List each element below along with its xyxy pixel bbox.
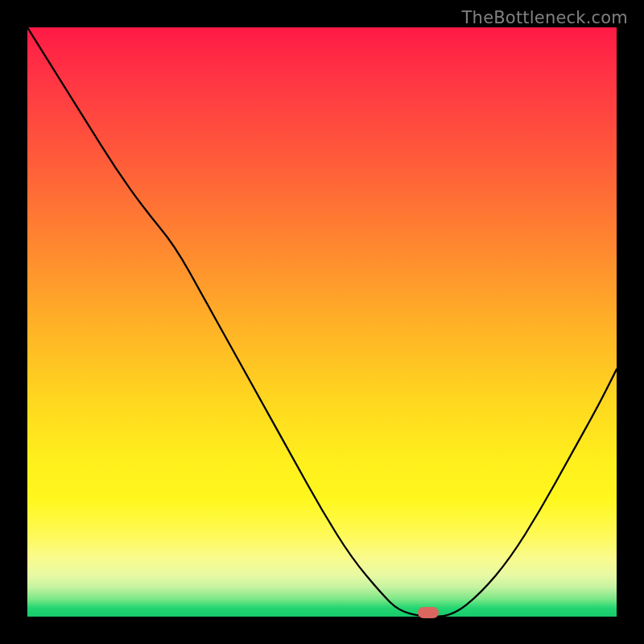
line-plot [27, 27, 617, 617]
chart-stage: TheBottleneck.com [0, 0, 644, 644]
bottleneck-curve-path [27, 27, 617, 617]
watermark-label: TheBottleneck.com [462, 8, 628, 27]
plot-area [27, 27, 617, 617]
optimum-marker [418, 607, 439, 618]
